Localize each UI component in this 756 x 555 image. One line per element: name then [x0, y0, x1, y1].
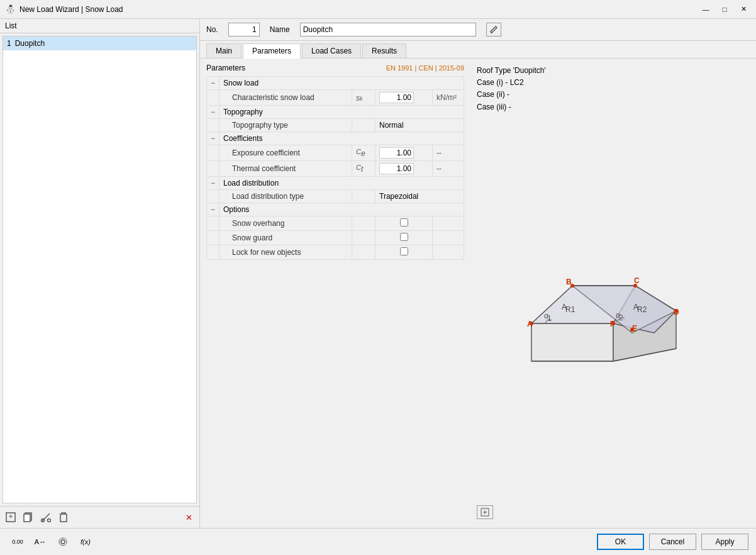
table-row: Characteristic snow load sk kN/m² [207, 90, 464, 106]
diagram-footer [477, 503, 750, 522]
titlebar-title: New Load Wizard | Snow Load [19, 5, 123, 14]
copy-item-button[interactable] [20, 509, 36, 525]
exposure-coeff-value[interactable] [379, 147, 414, 159]
cut-button[interactable] [38, 509, 54, 525]
titlebar: ⛄ New Load Wizard | Snow Load — □ ✕ [0, 0, 756, 19]
svg-point-41 [61, 540, 65, 544]
delete-button[interactable]: ✕ [181, 509, 197, 525]
list-item-number: 1 [7, 39, 11, 48]
left-panel: List 1 Duopitch + [0, 19, 200, 528]
case-iii-text: Case (iii) - [477, 101, 750, 113]
table-row: Exposure coefficient Ce -- [207, 145, 464, 161]
svg-text:2: 2 [619, 313, 623, 322]
svg-rect-7 [60, 514, 67, 522]
svg-marker-9 [531, 323, 613, 361]
param-table: − Snow load Characteristic snow load sk … [206, 76, 464, 260]
section-coefficients: − Coefficients [207, 132, 464, 145]
thermal-coeff-value[interactable] [379, 163, 414, 174]
svg-text:C: C [634, 276, 640, 285]
section-topography: − Topography [207, 106, 464, 119]
list-item[interactable]: 1 Duopitch [3, 36, 196, 50]
name-input[interactable] [300, 23, 476, 36]
close-button[interactable]: ✕ [736, 3, 751, 16]
snow-load-value[interactable] [379, 92, 414, 103]
snow-guard-checkbox[interactable] [400, 233, 408, 241]
apply-button[interactable]: Apply [701, 534, 748, 550]
case-info: Roof Type 'Duopitch' Case (i) - LC2 Case… [477, 65, 750, 113]
maximize-button[interactable]: □ [717, 3, 732, 16]
right-panel: No. Name Main Parameters Load Cases Resu… [200, 19, 756, 528]
bottom-bar: 0.00 A↔ f(x) OK Cancel Apply [0, 528, 756, 555]
svg-line-4 [42, 513, 50, 521]
content-area: List 1 Duopitch + [0, 19, 756, 528]
svg-point-36 [611, 322, 615, 325]
svg-point-37 [630, 328, 634, 332]
tab-results[interactable]: Results [362, 43, 406, 58]
table-row: Snow guard [207, 231, 464, 245]
standard-label: EN 1991 | CEN | 2015-09 [386, 64, 464, 72]
svg-point-34 [530, 322, 533, 325]
add-item-button[interactable]: + [3, 509, 19, 525]
roof-diagram: B C A D E F A R1 A R2 [477, 120, 750, 503]
svg-point-35 [674, 309, 678, 313]
minimize-button[interactable]: — [698, 3, 713, 16]
lock-objects-checkbox[interactable] [400, 247, 408, 255]
number-format-button[interactable]: 0.00 [8, 534, 28, 550]
svg-point-32 [570, 284, 574, 288]
svg-text:1: 1 [547, 314, 552, 323]
text-tool-button[interactable]: A↔ [30, 534, 50, 550]
list-header: List [0, 19, 199, 33]
section-options: − Options [207, 203, 464, 216]
no-label: No. [206, 25, 218, 34]
params-section: Parameters EN 1991 | CEN | 2015-09 − Sno… [200, 59, 470, 528]
cancel-button[interactable]: Cancel [649, 534, 696, 550]
table-row: Snow overhang [207, 216, 464, 231]
svg-text:+: + [8, 512, 13, 521]
bottom-toolbar: 0.00 A↔ f(x) [8, 534, 592, 550]
tab-main[interactable]: Main [206, 43, 242, 58]
list-toolbar: + ✕ [0, 506, 199, 528]
table-row: Thermal coefficient Ct -- [207, 161, 464, 177]
table-row: Load distribution type Trapezoidal [207, 190, 464, 203]
no-name-bar: No. Name [200, 19, 756, 41]
tab-load-cases[interactable]: Load Cases [302, 43, 361, 58]
params-header-row: Parameters EN 1991 | CEN | 2015-09 [206, 64, 464, 72]
list-area: 1 Duopitch [3, 36, 197, 503]
list-item-label: Duopitch [15, 39, 45, 48]
snow-overhang-checkbox[interactable] [400, 218, 408, 227]
edit-name-button[interactable] [486, 23, 501, 36]
params-title: Parameters [206, 64, 245, 72]
name-label: Name [270, 25, 290, 34]
roof-type-text: Roof Type 'Duopitch' [477, 65, 750, 77]
display-settings-button[interactable] [53, 534, 73, 550]
svg-text:R1: R1 [565, 305, 575, 314]
form-diagram: Parameters EN 1991 | CEN | 2015-09 − Sno… [200, 59, 756, 528]
roof-diagram-svg: B C A D E F A R1 A R2 [513, 235, 714, 386]
tabs: Main Parameters Load Cases Results [200, 41, 756, 59]
section-snow-load: − Snow load [207, 77, 464, 90]
svg-point-6 [48, 519, 51, 522]
svg-point-42 [59, 538, 67, 546]
diagram-area: Roof Type 'Duopitch' Case (i) - LC2 Case… [470, 59, 756, 528]
svg-text:R2: R2 [637, 305, 647, 314]
svg-point-33 [633, 284, 637, 288]
app-icon: ⛄ [5, 4, 16, 14]
case-ii-text: Case (ii) - [477, 89, 750, 101]
table-row: Lock for new objects [207, 245, 464, 260]
main-window: List 1 Duopitch + [0, 19, 756, 555]
svg-rect-3 [24, 514, 30, 522]
formula-button[interactable]: f(x) [75, 534, 96, 550]
table-row: Topography type Normal [207, 119, 464, 132]
paste-button[interactable] [55, 509, 72, 525]
section-load-distribution: − Load distribution [207, 177, 464, 190]
no-input[interactable] [228, 23, 260, 36]
ok-button[interactable]: OK [597, 534, 644, 550]
case-i-text: Case (i) - LC2 [477, 77, 750, 89]
tab-parameters[interactable]: Parameters [243, 43, 301, 59]
diagram-export-button[interactable] [477, 505, 493, 519]
